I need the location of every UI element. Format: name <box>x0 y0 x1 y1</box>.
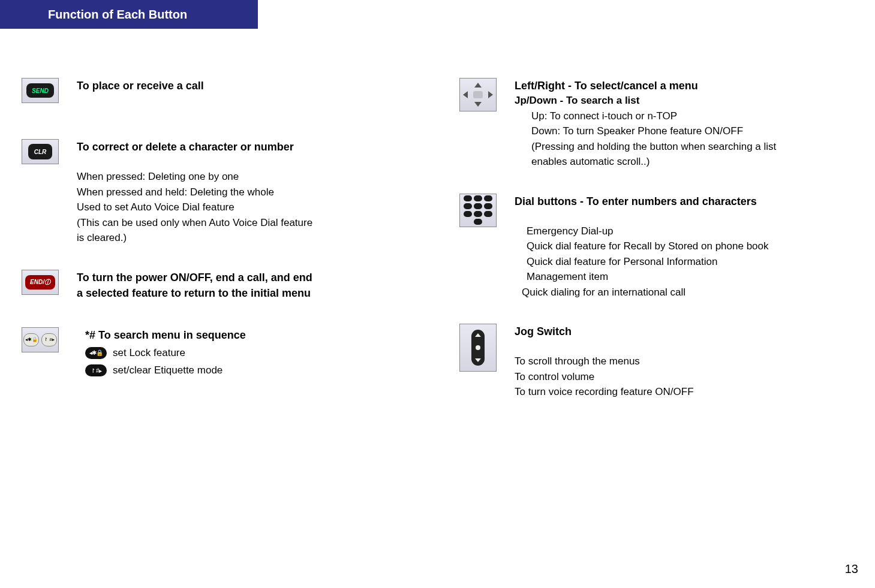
dial-line-1: Emergency Dial-up <box>515 224 858 239</box>
nav-line-2: Down: To turn Speaker Phone feature ON/O… <box>515 123 858 139</box>
starhash-heading: *# To search menu in sequence <box>85 327 420 343</box>
dial-keypad-icon <box>459 194 497 227</box>
content-columns: SEND To place or receive a call CLR To c… <box>18 78 858 424</box>
section-title-bar: Function of Each Button <box>0 0 258 29</box>
dial-heading: Dial buttons - To enter numbers and char… <box>515 194 858 209</box>
item-send: SEND To place or receive a call <box>18 78 420 103</box>
clr-line-2: When pressed and held: Deleting the whol… <box>77 185 420 200</box>
clr-button-icon: CLR <box>22 139 59 164</box>
right-column: Left/Right - To select/cancel a menu Jp/… <box>456 78 858 424</box>
hash-etiquette-icon: ↾ #▸ <box>85 364 107 376</box>
jog-switch-icon <box>459 324 497 372</box>
left-column: SEND To place or receive a call CLR To c… <box>18 78 456 424</box>
clr-line-1: When pressed: Deleting one by one <box>77 169 420 185</box>
jog-line-2: To control volume <box>515 369 858 385</box>
star-lock-icon: ◂✱🔒 <box>85 347 107 359</box>
item-end: END/ⓘ To turn the power ON/OFF, end a ca… <box>18 270 420 303</box>
item-dial: Dial buttons - To enter numbers and char… <box>456 194 858 300</box>
dial-line-3: Quick dial feature for Personal Informat… <box>515 254 858 270</box>
jog-line-1: To scroll through the menus <box>515 354 858 369</box>
item-nav: Left/Right - To select/cancel a menu Jp/… <box>456 78 858 170</box>
dial-line-2: Quick dial feature for Recall by Stored … <box>515 239 858 254</box>
item-clr: CLR To correct or delete a character or … <box>18 139 420 246</box>
star-hash-buttons-icon: ◂✱🔒 ↾ #▸ <box>22 327 59 352</box>
dial-line-4: Management item <box>515 269 858 285</box>
starhash-line-2: set/clear Etiquette mode <box>113 363 222 378</box>
nav-dpad-icon <box>459 78 497 111</box>
clr-heading: To correct or delete a character or numb… <box>77 139 420 155</box>
item-jog: Jog Switch To scroll through the menus T… <box>456 324 858 400</box>
clr-line-4: (This can be used only when Auto Voice D… <box>77 215 420 231</box>
nav-subheading: Jp/Down - To search a list <box>515 94 858 108</box>
starhash-row-lock: ◂✱🔒 set Lock feature <box>85 345 420 361</box>
dial-line-5: Quick dialing for an international call <box>515 285 858 300</box>
jog-line-3: To turn voice recording feature ON/OFF <box>515 384 858 400</box>
end-heading-1: To turn the power ON/OFF, end a call, an… <box>77 270 420 285</box>
page-number: 13 <box>845 562 858 576</box>
nav-line-1: Up: To connect i-touch or n-TOP <box>515 108 858 124</box>
end-button-icon: END/ⓘ <box>22 270 59 295</box>
starhash-line-1: set Lock feature <box>113 345 185 361</box>
nav-heading: Left/Right - To select/cancel a menu <box>515 78 858 94</box>
nav-line-3: (Pressing and holding the button when se… <box>515 139 858 155</box>
send-button-icon: SEND <box>22 78 59 103</box>
nav-line-4: enables automatic scroll..) <box>515 154 858 170</box>
send-heading: To place or receive a call <box>77 78 420 94</box>
item-star-hash: ◂✱🔒 ↾ #▸ *# To search menu in sequence ◂… <box>18 327 420 378</box>
clr-line-5: is cleared.) <box>77 230 420 246</box>
section-title: Function of Each Button <box>48 8 187 22</box>
starhash-row-etiquette: ↾ #▸ set/clear Etiquette mode <box>85 363 420 378</box>
end-heading-2: a selected feature to return to the init… <box>77 285 420 301</box>
clr-line-3: Used to set Auto Voice Dial feature <box>77 200 420 215</box>
jog-heading: Jog Switch <box>515 324 858 339</box>
